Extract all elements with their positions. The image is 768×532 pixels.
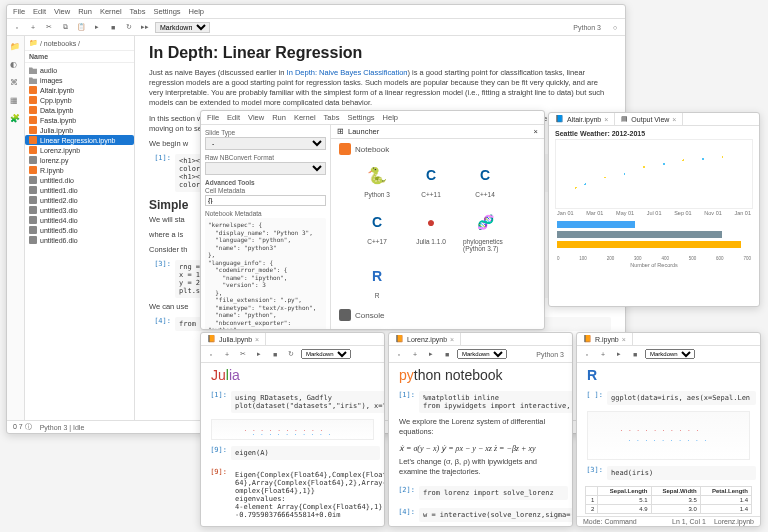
add-cell-icon[interactable]: + [221, 348, 233, 360]
run-icon[interactable]: ▸ [91, 21, 103, 33]
file-item[interactable]: lorenz.py [25, 155, 134, 165]
launcher-tab[interactable]: ⊞ Launcher × [331, 125, 544, 139]
celltype-dropdown[interactable]: Markdown [645, 349, 695, 359]
file-item[interactable]: untitled2.dio [25, 195, 134, 205]
nbconvert-select[interactable] [205, 162, 326, 175]
launcher-card[interactable]: C++11 [409, 327, 453, 329]
menu-tabs[interactable]: Tabs [130, 7, 146, 16]
menu-help[interactable]: Help [189, 7, 204, 16]
menu-run[interactable]: Run [272, 113, 286, 122]
save-icon[interactable]: ▫ [205, 348, 217, 360]
launcher-card[interactable]: C++11 [409, 161, 453, 198]
folder-icon[interactable]: 📁 [10, 42, 22, 54]
menu-kernel[interactable]: Kernel [294, 113, 316, 122]
kernel-indicator[interactable]: Python 3 [573, 24, 605, 31]
file-item[interactable]: Linear Regression.ipynb [25, 135, 134, 145]
launcher-card[interactable]: C++14 [463, 161, 507, 198]
cut-icon[interactable]: ✂ [237, 348, 249, 360]
menu-tabs[interactable]: Tabs [324, 113, 340, 122]
launcher-card[interactable]: C++17 [355, 208, 399, 252]
file-item[interactable]: untitled4.dio [25, 215, 134, 225]
breadcrumb[interactable]: 📁 / notebooks / [25, 36, 134, 51]
paste-icon[interactable]: 📋 [75, 21, 87, 33]
add-cell-icon[interactable]: + [27, 21, 39, 33]
close-icon[interactable]: × [622, 336, 626, 343]
file-item[interactable]: Data.ipynb [25, 105, 134, 115]
code-content[interactable]: %matplotlib inline from ipywidgets impor… [419, 391, 573, 413]
close-icon[interactable]: × [450, 336, 454, 343]
menu-run[interactable]: Run [78, 7, 92, 16]
stop-icon[interactable]: ■ [107, 21, 119, 33]
file-item[interactable]: images [25, 75, 134, 85]
save-icon[interactable]: ▫ [581, 348, 593, 360]
file-item[interactable]: untitled5.dio [25, 225, 134, 235]
file-item[interactable]: R.ipynb [25, 165, 134, 175]
save-icon[interactable]: ▫ [11, 21, 23, 33]
menu-file[interactable]: File [13, 7, 25, 16]
file-item[interactable]: untitled3.dio [25, 205, 134, 215]
code-content[interactable]: using RDatasets, Gadfly plot(dataset("da… [231, 391, 385, 413]
celltype-dropdown[interactable]: Markdown [301, 349, 351, 359]
advanced-tools-heading[interactable]: Advanced Tools [205, 179, 326, 186]
run-icon[interactable]: ▸ [253, 348, 265, 360]
save-icon[interactable]: ▫ [393, 348, 405, 360]
tab-julia[interactable]: 📙Julia.ipynb× [201, 333, 266, 345]
inline-link[interactable]: In Depth: Naive Bayes Classification [287, 68, 408, 77]
launcher-card[interactable]: Python 3 [355, 161, 399, 198]
add-cell-icon[interactable]: + [597, 348, 609, 360]
menu-help[interactable]: Help [383, 113, 398, 122]
menu-view[interactable]: View [54, 7, 70, 16]
restart-icon[interactable]: ↻ [123, 21, 135, 33]
celltype-dropdown[interactable]: Markdown [457, 349, 507, 359]
launcher-card[interactable]: R [355, 262, 399, 299]
file-item[interactable]: untitled.dio [25, 175, 134, 185]
kernel-indicator[interactable]: Python 3 [536, 351, 568, 358]
commands-icon[interactable]: ⌘ [10, 78, 22, 90]
stop-icon[interactable]: ■ [269, 348, 281, 360]
launcher-card[interactable]: Python 3 [355, 327, 399, 329]
menu-settings[interactable]: Settings [347, 113, 374, 122]
code-content[interactable]: w = interactive(solve_lorenz,sigma=(0.0,… [419, 508, 573, 522]
launcher-card[interactable]: phylogenetics (Python 3.7) [463, 208, 507, 252]
file-item[interactable]: Lorenz.ipynb [25, 145, 134, 155]
close-icon[interactable]: × [672, 116, 676, 123]
close-icon[interactable]: × [534, 127, 538, 136]
menu-kernel[interactable]: Kernel [100, 7, 122, 16]
code-content[interactable]: head(iris) [607, 466, 756, 480]
copy-icon[interactable]: ⧉ [59, 21, 71, 33]
file-item[interactable]: audio [25, 65, 134, 75]
file-item[interactable]: Fasta.ipynb [25, 115, 134, 125]
notebook-metadata-json[interactable]: "kernelspec": { "display_name": "Python … [205, 218, 326, 329]
menu-view[interactable]: View [248, 113, 264, 122]
celltype-dropdown[interactable]: Markdown [155, 22, 210, 33]
run-all-icon[interactable]: ▸▸ [139, 21, 151, 33]
slide-type-select[interactable]: - [205, 137, 326, 150]
restart-icon[interactable]: ↻ [285, 348, 297, 360]
tabs-icon[interactable]: ▦ [10, 96, 22, 108]
file-item[interactable]: untitled1.dio [25, 185, 134, 195]
tab-altair[interactable]: 📘Altair.ipynb× [549, 113, 615, 125]
tab-lorenz[interactable]: 📙Lorenz.ipynb× [389, 333, 461, 345]
file-item[interactable]: untitled6.dio [25, 235, 134, 245]
launcher-card[interactable]: C++14 [463, 327, 507, 329]
code-content[interactable]: eigen(A) [231, 446, 380, 460]
tab-output-view[interactable]: ▤Output View× [615, 113, 683, 125]
menu-edit[interactable]: Edit [227, 113, 240, 122]
close-icon[interactable]: × [604, 116, 608, 123]
running-icon[interactable]: ◐ [10, 60, 22, 72]
file-item[interactable]: Altair.ipynb [25, 85, 134, 95]
extension-icon[interactable]: 🧩 [10, 114, 22, 126]
cell-metadata-input[interactable] [205, 195, 326, 206]
menu-settings[interactable]: Settings [153, 7, 180, 16]
launcher-card[interactable]: Julia 1.1.0 [409, 208, 453, 252]
code-content[interactable]: ggplot(data=iris, aes(x=Sepal.Len [607, 391, 756, 405]
cut-icon[interactable]: ✂ [43, 21, 55, 33]
close-icon[interactable]: × [255, 336, 259, 343]
file-item[interactable]: Julia.ipynb [25, 125, 134, 135]
menu-edit[interactable]: Edit [33, 7, 46, 16]
code-content[interactable]: from lorenz import solve_lorenz [419, 486, 568, 500]
tab-r[interactable]: 📙R.ipynb× [577, 333, 633, 345]
menu-file[interactable]: File [207, 113, 219, 122]
stop-icon[interactable]: ■ [441, 348, 453, 360]
add-cell-icon[interactable]: + [409, 348, 421, 360]
